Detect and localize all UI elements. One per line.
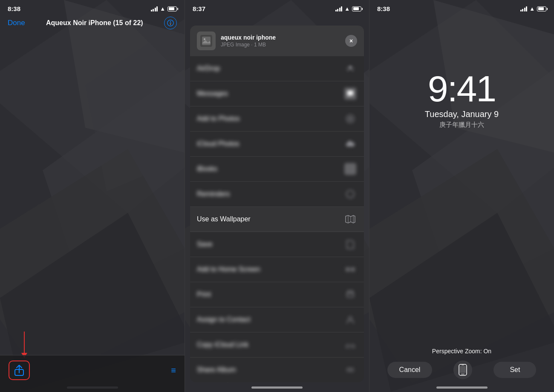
lock-screen-date: Tuesday, January 9 <box>425 109 499 119</box>
signal-icon-p1 <box>151 6 158 11</box>
share-sheet-panel: 8:37 ▲ <box>185 0 369 392</box>
share-sheet: aqueux noir iphone JPEG Image · 1 MB × A… <box>190 26 364 382</box>
svg-point-32 <box>347 368 350 372</box>
file-meta: JPEG Image · 1 MB <box>221 42 345 48</box>
homescreen-icon <box>343 263 357 276</box>
svg-point-33 <box>350 368 354 372</box>
wifi-icon-p1: ▲ <box>160 6 165 12</box>
svg-rect-20 <box>347 91 353 95</box>
svg-rect-43 <box>460 366 466 373</box>
status-time-p1: 8:38 <box>8 5 20 12</box>
share-item[interactable]: Print <box>190 282 364 307</box>
wifi-icon-p3: ▲ <box>529 6 535 12</box>
svg-rect-41 <box>461 374 465 375</box>
photos-icon <box>343 112 357 126</box>
svg-marker-8 <box>170 21 171 23</box>
status-bar-panel3: 8:38 ▲ <box>369 0 554 15</box>
photos-nav-bar: Done Aqueux Noir iPhone (15 of 22) <box>0 15 185 34</box>
status-icons-p2: ▲ <box>335 6 361 12</box>
share-item[interactable]: Reminders <box>190 182 364 207</box>
share-button-highlighted[interactable] <box>9 361 30 380</box>
svg-marker-21 <box>348 95 350 97</box>
photos-toolbar: ≡ <box>0 355 185 392</box>
share-item[interactable]: Save <box>190 232 364 257</box>
lock-screen-lunar: 庚子年臘月十六 <box>439 121 484 129</box>
svg-point-17 <box>204 38 205 40</box>
share-sheet-title: aqueux noir iphone JPEG Image · 1 MB <box>221 34 345 48</box>
share-sheet-header: aqueux noir iphone JPEG Image · 1 MB × <box>190 26 364 56</box>
wallpaper-phone-icon[interactable] <box>453 361 472 379</box>
use-as-wallpaper-label: Use as Wallpaper <box>197 215 343 223</box>
battery-icon-p1 <box>167 6 177 11</box>
wallpaper-buttons: Cancel Set <box>387 361 537 379</box>
svg-point-31 <box>349 317 352 320</box>
album-icon <box>343 363 357 377</box>
file-thumbnail <box>197 31 216 50</box>
save-icon <box>343 237 357 251</box>
wallpaper-actions: Perspective Zoom: On Cancel Set <box>369 348 554 379</box>
share-item[interactable]: iBooks <box>190 157 364 182</box>
share-item[interactable]: Add to Photos <box>190 106 364 132</box>
lock-screen-time: 9:41 <box>428 70 496 107</box>
reminders-icon <box>343 187 357 201</box>
photos-viewer-panel: 8:38 ▲ Done Aqueux Noir iPhone (15 of 22… <box>0 0 185 392</box>
share-icon[interactable] <box>13 364 26 377</box>
messages-icon <box>343 87 357 100</box>
icloud-icon <box>343 137 357 151</box>
share-item[interactable]: Messages <box>190 81 364 106</box>
list-button[interactable]: ≡ <box>171 366 176 375</box>
battery-icon-p2 <box>352 6 361 11</box>
signal-icon-p3 <box>520 6 528 11</box>
battery-icon-p3 <box>537 6 546 11</box>
contact-icon <box>343 313 357 326</box>
books-icon <box>343 162 357 176</box>
share-item[interactable]: Share Album <box>190 358 364 382</box>
home-indicator-p3 <box>436 386 488 389</box>
compass-button[interactable] <box>164 17 177 29</box>
wallpaper-background <box>0 0 185 392</box>
status-time-p2: 8:37 <box>193 5 205 12</box>
status-time-p3: 8:38 <box>377 5 390 12</box>
share-item[interactable]: AirDrop <box>190 56 364 81</box>
use-as-wallpaper-item[interactable]: Use as Wallpaper <box>190 207 364 232</box>
home-indicator-p2 <box>251 386 303 389</box>
wallpaper-icon <box>343 212 357 226</box>
share-item[interactable]: Copy iCloud Link <box>190 332 364 358</box>
signal-icon-p2 <box>335 6 343 11</box>
lock-screen-content: 9:41 Tuesday, January 9 庚子年臘月十六 <box>369 15 554 129</box>
share-item[interactable]: Add to Home Screen <box>190 257 364 282</box>
status-bar-panel2: 8:37 ▲ <box>185 0 369 15</box>
cancel-button[interactable]: Cancel <box>387 362 433 378</box>
perspective-zoom-label: Perspective Zoom: On <box>432 348 491 355</box>
wifi-icon-p2: ▲ <box>344 6 350 12</box>
share-item[interactable]: Assign to Contact <box>190 307 364 332</box>
arrow-indicator <box>21 332 27 358</box>
svg-point-25 <box>346 190 354 198</box>
status-icons-p3: ▲ <box>520 6 546 12</box>
lock-screen-panel: 8:38 ▲ 9:41 Tuesday, January 9 庚子年臘月十六 P… <box>369 0 554 392</box>
status-bar-panel1: 8:38 ▲ <box>0 0 185 15</box>
svg-rect-42 <box>462 365 464 366</box>
share-sheet-close-button[interactable]: × <box>345 35 357 47</box>
status-icons-p1: ▲ <box>151 6 177 12</box>
link-icon <box>343 338 357 352</box>
svg-marker-9 <box>170 23 171 25</box>
file-name: aqueux noir iphone <box>221 34 345 41</box>
print-icon <box>343 288 357 301</box>
share-items-list: AirDrop Messages <box>190 56 364 382</box>
photo-title: Aqueux Noir iPhone (15 of 22) <box>29 19 160 27</box>
done-button[interactable]: Done <box>8 19 25 27</box>
set-button[interactable]: Set <box>493 362 536 378</box>
airdrop-icon <box>343 62 357 75</box>
share-item[interactable]: iCloud Photos <box>190 132 364 157</box>
